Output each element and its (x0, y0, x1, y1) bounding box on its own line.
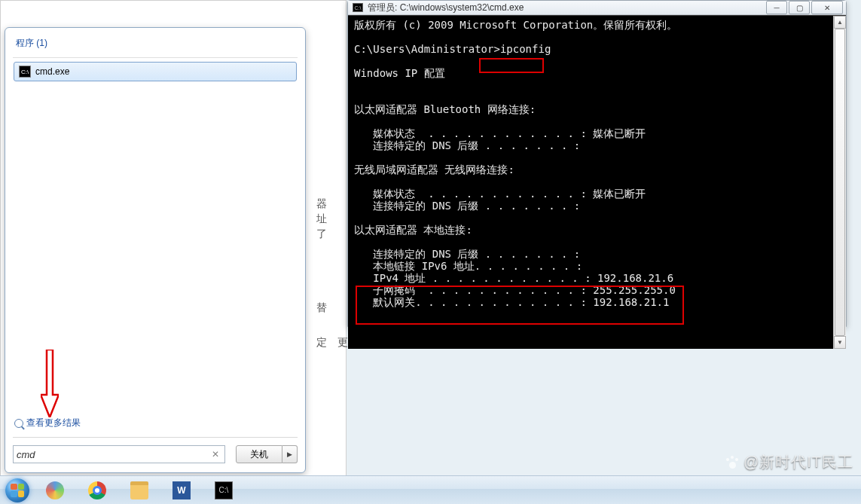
scroll-up-icon[interactable]: ▲ (834, 16, 846, 29)
scroll-down-icon[interactable]: ▼ (834, 336, 846, 349)
taskbar-item-chrome[interactable] (77, 478, 118, 503)
cmd-command: ipconfig (500, 43, 551, 55)
browser-icon (46, 481, 64, 499)
divider (13, 57, 298, 58)
cmd-output[interactable]: 版权所有 (c) 2009 Microsoft Corporation。保留所有… (348, 16, 833, 349)
scroll-thumb[interactable] (835, 29, 845, 336)
spacer (13, 82, 298, 414)
clear-search-icon[interactable]: ✕ (209, 449, 221, 460)
start-menu: 程序 (1) C:\ cmd.exe 查看更多结果 ✕ 关机 ▶ (5, 27, 306, 473)
close-button[interactable]: ✕ (811, 1, 843, 14)
minimize-button[interactable]: ─ (766, 1, 787, 14)
section-label: 程序 (16, 38, 34, 48)
start-menu-bottom: ✕ 关机 ▶ (13, 445, 298, 463)
bg-char: 了 (316, 228, 327, 241)
cmd-titlebar-icon: C:\ (353, 3, 363, 12)
cmd-line: 子网掩码 . . . . . . . . . . . . : 255.255.2… (354, 284, 676, 296)
start-menu-results: C:\ cmd.exe (13, 61, 298, 82)
taskbar-item-explorer[interactable] (119, 478, 160, 503)
cmd-line: 版权所有 (c) 2009 Microsoft Corporation。保留所有… (354, 19, 677, 31)
cmd-title: 管理员: C:\windows\system32\cmd.exe (368, 2, 524, 14)
paw-icon (724, 454, 740, 471)
cmd-icon: C:\ (215, 481, 233, 499)
start-search-box[interactable]: ✕ (13, 445, 225, 463)
taskbar-item-browser[interactable] (35, 478, 75, 503)
shutdown-group: 关机 ▶ (236, 445, 298, 463)
cmd-window: C:\ 管理员: C:\windows\system32\cmd.exe ─ ▢… (347, 0, 847, 327)
cmd-line: 以太网适配器 本地连接: (354, 224, 472, 236)
chrome-icon (88, 481, 106, 499)
see-more-label: 查看更多结果 (26, 417, 81, 429)
search-input[interactable] (17, 449, 209, 460)
folder-icon (130, 481, 148, 499)
taskbar: W C:\ (0, 475, 861, 504)
shutdown-label: 关机 (250, 448, 268, 461)
see-more-results[interactable]: 查看更多结果 (13, 414, 298, 432)
red-highlight-ipconfig (479, 58, 544, 73)
start-button[interactable] (2, 478, 33, 503)
cmd-line: 连接特定的 DNS 后缀 . . . . . . . : (354, 139, 580, 151)
start-menu-section-header: 程序 (1) (13, 35, 298, 51)
scroll-track[interactable] (834, 29, 846, 336)
cmd-line: 连接特定的 DNS 后缀 . . . . . . . : (354, 200, 580, 212)
watermark: @新时代IT民工 (724, 452, 853, 472)
bg-char: 器 (316, 197, 327, 211)
watermark-text: @新时代IT民工 (743, 452, 853, 472)
cmd-line: Windows IP 配置 (354, 67, 445, 79)
cmd-line: C:\Users\Administrator> (354, 43, 500, 55)
shutdown-options-arrow[interactable]: ▶ (282, 445, 298, 463)
cmd-line: 无线局域网适配器 无线网络连接: (354, 163, 514, 176)
search-icon (14, 419, 23, 428)
cmd-scrollbar[interactable]: ▲ ▼ (833, 16, 846, 349)
cmd-line: 以太网适配器 Bluetooth 网络连接: (354, 103, 536, 115)
result-label: cmd.exe (35, 66, 69, 77)
cmd-line: 默认网关. . . . . . . . . . . . . : 192.168.… (354, 296, 669, 308)
section-count: (1) (36, 38, 47, 48)
bg-char: 更 (337, 336, 348, 350)
maximize-button[interactable]: ▢ (789, 1, 810, 14)
shutdown-button[interactable]: 关机 (236, 445, 282, 463)
taskbar-item-word[interactable]: W (161, 478, 202, 503)
cmd-line: 本地链接 IPv6 地址. . . . . . . . : (354, 260, 582, 272)
cmd-line: 媒体状态 . . . . . . . . . . . . : 媒体已断开 (354, 188, 646, 200)
cmd-line: 连接特定的 DNS 后缀 . . . . . . . : (354, 248, 580, 260)
cmd-icon: C:\ (19, 66, 31, 78)
bg-char: 定 (316, 336, 327, 350)
cmd-line: 媒体状态 . . . . . . . . . . . . : 媒体已断开 (354, 127, 646, 139)
cmd-line: IPv4 地址 . . . . . . . . . . . . : 192.16… (354, 272, 673, 284)
bg-char: 址 (316, 212, 327, 226)
taskbar-item-cmd[interactable]: C:\ (203, 478, 244, 503)
cmd-body-wrap: 版权所有 (c) 2009 Microsoft Corporation。保留所有… (348, 15, 846, 349)
cmd-titlebar[interactable]: C:\ 管理员: C:\windows\system32\cmd.exe ─ ▢… (348, 1, 846, 15)
divider (13, 437, 298, 438)
word-icon: W (173, 481, 191, 499)
window-controls: ─ ▢ ✕ (766, 1, 843, 14)
bg-char: 替 (316, 301, 327, 315)
result-cmd-exe[interactable]: C:\ cmd.exe (14, 62, 297, 81)
